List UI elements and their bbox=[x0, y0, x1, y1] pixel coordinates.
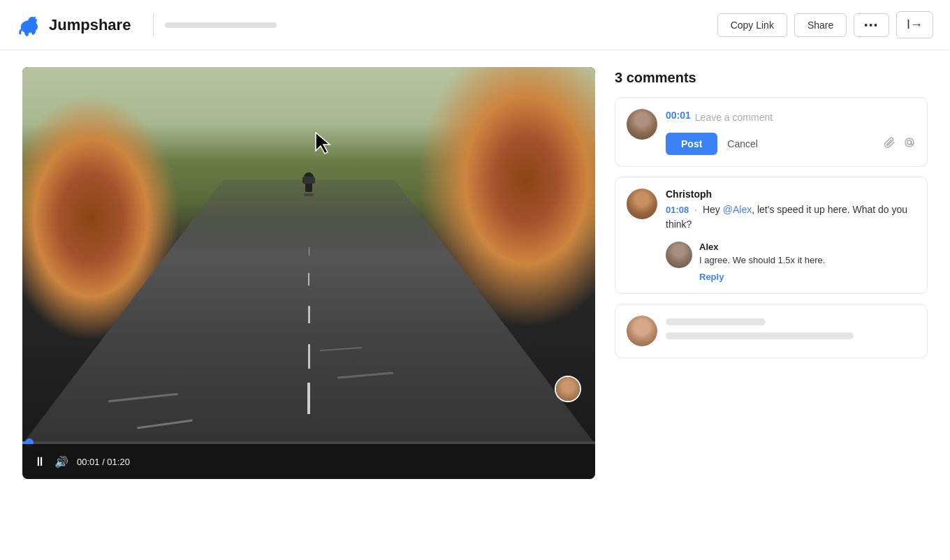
comment-card-third bbox=[615, 304, 928, 358]
share-button[interactable]: Share bbox=[794, 13, 847, 37]
header-actions: Copy Link Share ••• I→ bbox=[717, 11, 933, 38]
motorcycle-wheel bbox=[304, 193, 314, 196]
road-dash-1 bbox=[307, 383, 310, 414]
comment-card-christoph: Christoph 01:08 · Hey @Alex, let's speed… bbox=[615, 177, 928, 294]
comment-entry-third bbox=[627, 316, 916, 346]
comment-separator: · bbox=[692, 204, 700, 215]
cancel-button[interactable]: Cancel bbox=[724, 133, 761, 155]
skeleton-line-long bbox=[666, 332, 854, 339]
comments-title: 3 comments bbox=[615, 70, 928, 86]
header-progress-bar bbox=[165, 22, 277, 28]
main-content: ⏸ 🔊 00:01 / 01:20 3 comments 00:01 Leave… bbox=[0, 50, 950, 496]
comment-entry-christoph: Christoph 01:08 · Hey @Alex, let's speed… bbox=[627, 189, 916, 282]
alex-author-name: Alex bbox=[699, 242, 916, 252]
road-dash-3 bbox=[308, 306, 310, 323]
mention-icon[interactable] bbox=[903, 136, 916, 152]
video-avatar-face bbox=[556, 377, 580, 401]
exit-button[interactable]: I→ bbox=[896, 11, 933, 38]
pause-button[interactable]: ⏸ bbox=[34, 455, 46, 469]
comment-form-actions: Post Cancel bbox=[666, 133, 916, 155]
motorcycle-body bbox=[305, 182, 312, 192]
svg-point-3 bbox=[36, 17, 38, 19]
road-scratch-3 bbox=[337, 371, 393, 378]
comment-timestamp-row: 00:01 Leave a comment bbox=[666, 109, 916, 126]
current-user-avatar-img bbox=[627, 109, 657, 140]
alex-avatar-img bbox=[666, 242, 692, 268]
video-user-avatar bbox=[555, 376, 581, 402]
christoph-comment-body: Christoph 01:08 · Hey @Alex, let's speed… bbox=[666, 189, 916, 282]
christoph-author-name: Christoph bbox=[666, 189, 916, 200]
road-dash-4 bbox=[308, 273, 309, 286]
video-controls: ⏸ 🔊 00:01 / 01:20 bbox=[22, 444, 595, 479]
video-scene bbox=[22, 67, 595, 444]
comment-timestamp: 00:01 bbox=[666, 110, 691, 121]
christoph-comment-text: 01:08 · Hey @Alex, let's speed it up her… bbox=[666, 202, 916, 232]
road-dash-2 bbox=[308, 344, 310, 369]
video-player[interactable]: ⏸ 🔊 00:01 / 01:20 bbox=[22, 67, 595, 479]
logo: Jumpshare bbox=[17, 13, 131, 38]
christoph-avatar bbox=[627, 189, 657, 219]
reply-button[interactable]: Reply bbox=[699, 272, 916, 282]
header-divider bbox=[153, 14, 154, 36]
more-options-button[interactable]: ••• bbox=[854, 13, 889, 37]
attach-icon[interactable] bbox=[884, 136, 896, 152]
logo-title: Jumpshare bbox=[49, 16, 131, 34]
third-avatar-img bbox=[627, 316, 657, 346]
alex-avatar bbox=[666, 242, 692, 268]
alex-reply-text: I agree. We should 1.5x it here. bbox=[699, 253, 916, 267]
third-user-avatar bbox=[627, 316, 657, 346]
header: Jumpshare Copy Link Share ••• I→ bbox=[0, 0, 950, 50]
comment-text-after-mention: , let's speed it up here. What do you th… bbox=[666, 204, 907, 230]
post-button[interactable]: Post bbox=[666, 133, 717, 155]
new-comment-card: 00:01 Leave a comment Post Cancel bbox=[615, 97, 928, 167]
christoph-avatar-img bbox=[627, 189, 657, 219]
video-time-display: 00:01 / 01:20 bbox=[77, 457, 130, 467]
comment-text-before-mention: Hey bbox=[703, 204, 723, 215]
road-dash-5 bbox=[309, 247, 310, 256]
skeleton-line-short bbox=[666, 318, 766, 325]
current-user-avatar bbox=[627, 109, 657, 140]
motorcycle-rider bbox=[304, 172, 314, 182]
alex-reply-body: Alex I agree. We should 1.5x it here. Re… bbox=[699, 242, 916, 282]
motorcycle bbox=[301, 172, 316, 198]
road-scratch-2 bbox=[108, 393, 178, 402]
road-scratch-1 bbox=[137, 419, 193, 429]
third-comment-body bbox=[666, 316, 916, 346]
comment-input-area: 00:01 Leave a comment Post Cancel bbox=[666, 109, 916, 155]
road-markings bbox=[22, 67, 595, 444]
mention-alex[interactable]: @Alex bbox=[723, 204, 752, 215]
comment-placeholder: Leave a comment bbox=[695, 109, 773, 126]
road-scratch-4 bbox=[320, 347, 362, 351]
logo-icon bbox=[17, 13, 42, 38]
new-comment-form: 00:01 Leave a comment Post Cancel bbox=[627, 109, 916, 155]
video-container: ⏸ 🔊 00:01 / 01:20 bbox=[22, 67, 595, 479]
copy-link-button[interactable]: Copy Link bbox=[717, 13, 787, 37]
christoph-timestamp: 01:08 bbox=[666, 205, 689, 215]
volume-button[interactable]: 🔊 bbox=[54, 455, 68, 469]
comments-panel: 3 comments 00:01 Leave a comment Post Ca… bbox=[615, 67, 928, 479]
reply-entry-alex: Alex I agree. We should 1.5x it here. Re… bbox=[666, 242, 916, 282]
